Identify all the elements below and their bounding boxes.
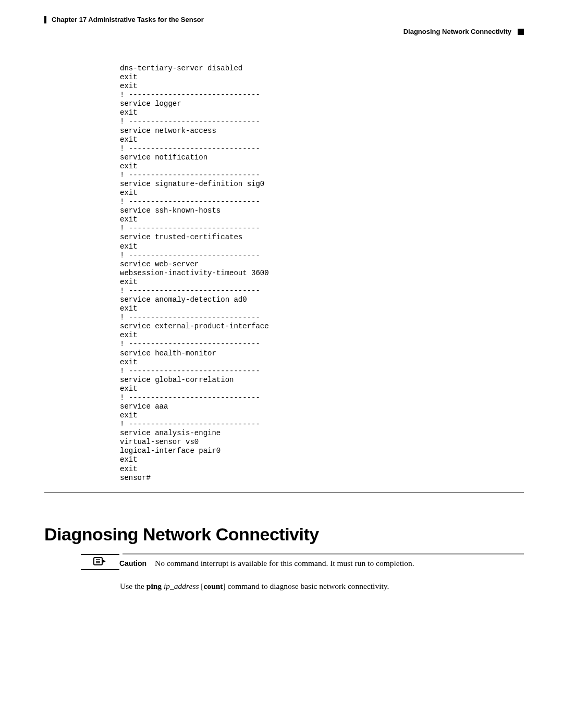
section-heading: Diagnosing Network Connectivity bbox=[44, 524, 524, 545]
usage-prefix: Use the bbox=[120, 582, 146, 590]
chapter-label: Chapter 17 Administrative Tasks for the … bbox=[44, 16, 204, 23]
cmd-count: count bbox=[204, 582, 223, 590]
section-label: Diagnosing Network Connectivity bbox=[403, 28, 511, 35]
page-header: Chapter 17 Administrative Tasks for the … bbox=[44, 16, 524, 23]
cmd-arg: ip_address bbox=[162, 582, 201, 590]
section-divider bbox=[44, 492, 524, 493]
square-marker-icon bbox=[518, 29, 524, 35]
caution-label: Caution bbox=[119, 559, 155, 567]
cmd-ping: ping bbox=[146, 582, 162, 590]
caution-divider bbox=[123, 553, 524, 554]
caution-block: Caution No command interrupt is availabl… bbox=[81, 554, 524, 570]
usage-paragraph: Use the ping ip_address [count] command … bbox=[120, 582, 524, 591]
usage-suffix: command to diagnose basic network connec… bbox=[226, 582, 389, 590]
caution-text: No command interrupt is available for th… bbox=[155, 559, 414, 568]
caution-icon-column bbox=[81, 554, 119, 570]
caution-icon bbox=[93, 559, 107, 567]
section-label-row: Diagnosing Network Connectivity bbox=[44, 28, 524, 35]
cli-output-code: dns-tertiary-server disabled exit exit !… bbox=[120, 64, 524, 483]
accent-bar-icon bbox=[44, 16, 46, 23]
chapter-text: Chapter 17 Administrative Tasks for the … bbox=[52, 16, 204, 23]
